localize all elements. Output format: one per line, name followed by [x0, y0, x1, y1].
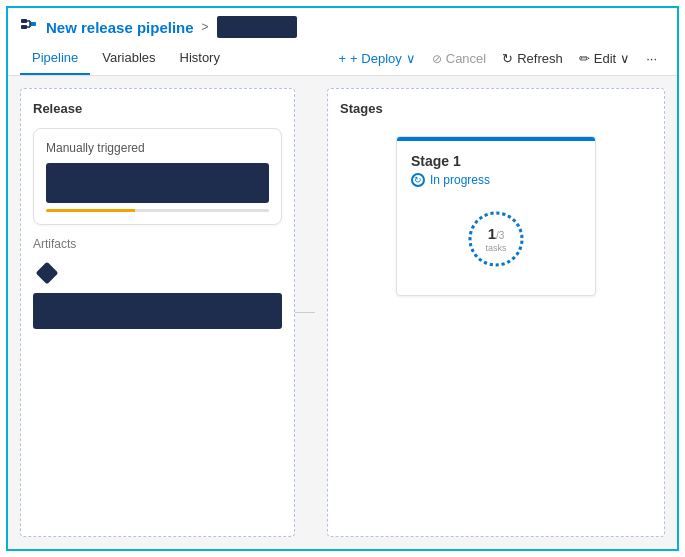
release-panel: Release Manually triggered Artifacts — [20, 88, 295, 537]
svg-rect-1 — [21, 25, 27, 29]
ring-total: /3 — [496, 230, 504, 241]
edit-chevron-icon: ∨ — [620, 51, 630, 66]
stages-panel: Stages Stage 1 ↻ In progress — [327, 88, 665, 537]
cancel-button[interactable]: ⊘ Cancel — [424, 47, 494, 70]
status-icon: ↻ — [411, 173, 425, 187]
ring-current: 1 — [488, 225, 496, 242]
artifacts-label: Artifacts — [33, 237, 282, 251]
pipeline-icon — [20, 18, 38, 36]
svg-rect-7 — [36, 262, 59, 285]
trigger-image — [46, 163, 269, 203]
trigger-progress-bar — [46, 209, 269, 212]
svg-rect-2 — [30, 22, 36, 26]
deploy-icon: + — [338, 51, 346, 66]
pipeline-title[interactable]: New release pipeline — [46, 19, 194, 36]
stage-name: Stage 1 — [411, 153, 581, 169]
trigger-card: Manually triggered — [33, 128, 282, 225]
stage-status-label: In progress — [430, 173, 490, 187]
ring-text: 1/3 tasks — [485, 225, 506, 254]
artifact-icon-row — [33, 259, 282, 287]
ring-fraction: 1/3 — [485, 225, 506, 243]
edit-button[interactable]: ✏ Edit ∨ — [571, 47, 638, 70]
ring-tasks-label: tasks — [485, 243, 506, 254]
refresh-icon: ↻ — [502, 51, 513, 66]
progress-ring: 1/3 tasks — [464, 207, 528, 271]
tab-pipeline[interactable]: Pipeline — [20, 42, 90, 75]
title-chevron: > — [202, 20, 209, 34]
trigger-label: Manually triggered — [46, 141, 269, 155]
connector — [295, 76, 315, 549]
artifact-name-placeholder — [33, 293, 282, 329]
svg-rect-0 — [21, 19, 27, 23]
title-badge — [217, 16, 297, 38]
stages-panel-label: Stages — [340, 101, 652, 116]
more-button[interactable]: ··· — [638, 47, 665, 70]
tab-history[interactable]: History — [168, 42, 232, 75]
stage-content: Stage 1 ↻ In progress — [397, 141, 595, 295]
stage-card[interactable]: Stage 1 ↻ In progress — [396, 136, 596, 296]
nav-tabs: Pipeline Variables History — [20, 42, 232, 75]
deploy-button[interactable]: + + Deploy ∨ — [330, 47, 423, 70]
tab-variables[interactable]: Variables — [90, 42, 167, 75]
artifacts-section: Artifacts — [33, 237, 282, 329]
main-window: New release pipeline > Pipeline Variable… — [6, 6, 679, 551]
header: New release pipeline > — [8, 8, 677, 42]
cancel-icon: ⊘ — [432, 52, 442, 66]
artifact-diamond-icon — [33, 259, 61, 287]
deploy-chevron-icon: ∨ — [406, 51, 416, 66]
main-content: Release Manually triggered Artifacts — [8, 76, 677, 549]
stage-status: ↻ In progress — [411, 173, 581, 187]
progress-ring-container: 1/3 tasks — [411, 199, 581, 283]
edit-icon: ✏ — [579, 51, 590, 66]
release-panel-label: Release — [33, 101, 282, 116]
refresh-button[interactable]: ↻ Refresh — [494, 47, 571, 70]
